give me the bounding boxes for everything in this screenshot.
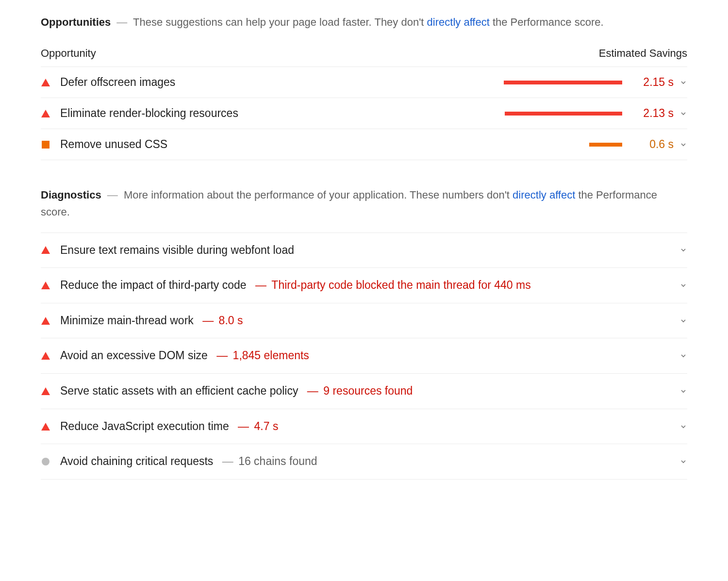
diagnostic-label: Reduce the impact of third-party code [60, 279, 247, 291]
opportunity-label: Remove unused CSS [60, 138, 322, 151]
savings-bar [505, 112, 622, 116]
chevron-down-icon[interactable] [674, 387, 687, 395]
fail-triangle-icon [41, 110, 50, 117]
diagnostic-row[interactable]: Minimize main-thread work — 8.0 s [41, 303, 687, 339]
opportunities-title: Opportunities [41, 16, 111, 28]
savings-bar [589, 143, 622, 147]
diagnostic-label: Minimize main-thread work [60, 314, 194, 327]
chevron-down-icon[interactable] [674, 79, 687, 86]
diagnostic-detail: 9 resources found [323, 384, 413, 397]
diagnostic-text: Serve static assets with an efficient ca… [60, 382, 674, 400]
chevron-down-icon[interactable] [674, 317, 687, 325]
diagnostics-title: Diagnostics [41, 189, 101, 201]
fail-triangle-icon [41, 352, 50, 360]
diagnostic-label: Reduce JavaScript execution time [60, 420, 229, 432]
fail-triangle-icon [41, 282, 50, 289]
savings-value: 2.15 s [630, 76, 674, 89]
savings-bar-col [322, 143, 630, 147]
fail-triangle-icon [41, 79, 50, 86]
diagnostic-row[interactable]: Avoid chaining critical requests — 16 ch… [41, 444, 687, 480]
chevron-down-icon[interactable] [674, 141, 687, 149]
dash-separator: — [199, 314, 217, 327]
chevron-down-icon[interactable] [674, 110, 687, 117]
diagnostics-header: Diagnostics — More information about the… [41, 186, 687, 220]
chevron-down-icon[interactable] [674, 352, 687, 360]
diagnostic-text: Reduce JavaScript execution time — 4.7 s [60, 418, 674, 435]
fail-triangle-icon [41, 387, 50, 395]
dash-separator: — [116, 16, 127, 28]
diagnostic-detail: Third-party code blocked the main thread… [271, 279, 530, 291]
opportunity-row[interactable]: Remove unused CSS0.6 s [41, 129, 687, 160]
opportunity-row[interactable]: Eliminate render-blocking resources2.13 … [41, 98, 687, 129]
fail-triangle-icon [41, 317, 50, 325]
savings-bar-col [322, 81, 630, 84]
opportunity-row[interactable]: Defer offscreen images2.15 s [41, 67, 687, 98]
warn-square-icon [41, 141, 50, 149]
diagnostic-row[interactable]: Ensure text remains visible during webfo… [41, 232, 687, 268]
dash-separator: — [304, 384, 321, 397]
chevron-down-icon[interactable] [674, 423, 687, 431]
diagnostics-link[interactable]: directly affect [513, 189, 575, 201]
diagnostic-row[interactable]: Serve static assets with an efficient ca… [41, 374, 687, 409]
opportunities-table-header: Opportunity Estimated Savings [41, 42, 687, 67]
savings-bar [504, 81, 622, 84]
col-opportunity: Opportunity [41, 47, 96, 60]
fail-triangle-icon [41, 246, 50, 254]
diagnostic-detail: 4.7 s [254, 420, 279, 432]
savings-bar-col [322, 112, 630, 116]
chevron-down-icon[interactable] [674, 246, 687, 254]
diagnostic-label: Avoid an excessive DOM size [60, 349, 208, 362]
diagnostic-text: Avoid chaining critical requests — 16 ch… [60, 453, 674, 470]
diagnostic-detail: 1,845 elements [233, 349, 309, 362]
diagnostic-label: Ensure text remains visible during webfo… [60, 244, 294, 256]
savings-value: 0.6 s [630, 138, 674, 151]
dash-separator: — [214, 349, 231, 362]
diagnostic-detail: 8.0 s [219, 314, 243, 327]
dash-separator: — [252, 279, 270, 291]
chevron-down-icon[interactable] [674, 282, 687, 289]
col-savings: Estimated Savings [599, 47, 687, 60]
chevron-down-icon[interactable] [674, 458, 687, 465]
diagnostic-text: Ensure text remains visible during webfo… [60, 242, 674, 259]
dash-separator: — [219, 455, 236, 467]
dash-separator: — [235, 420, 252, 432]
dash-separator: — [107, 189, 118, 201]
diagnostic-text: Reduce the impact of third-party code — … [60, 277, 674, 294]
diagnostic-label: Avoid chaining critical requests [60, 455, 213, 467]
diagnostic-text: Minimize main-thread work — 8.0 s [60, 312, 674, 330]
diagnostic-row[interactable]: Reduce JavaScript execution time — 4.7 s [41, 409, 687, 445]
diagnostics-desc-before: More information about the performance o… [124, 189, 513, 201]
opportunities-desc-after: the Performance score. [490, 16, 604, 28]
savings-value: 2.13 s [630, 107, 674, 120]
diagnostic-text: Avoid an excessive DOM size — 1,845 elem… [60, 347, 674, 365]
diagnostic-row[interactable]: Reduce the impact of third-party code — … [41, 268, 687, 303]
fail-triangle-icon [41, 423, 50, 431]
diagnostics-list: Ensure text remains visible during webfo… [41, 232, 687, 480]
diagnostic-detail: 16 chains found [238, 455, 317, 467]
info-circle-icon [41, 458, 50, 465]
opportunities-list: Defer offscreen images2.15 sEliminate re… [41, 67, 687, 160]
opportunities-link[interactable]: directly affect [427, 16, 490, 28]
diagnostic-row[interactable]: Avoid an excessive DOM size — 1,845 elem… [41, 338, 687, 374]
opportunities-header: Opportunities — These suggestions can he… [41, 14, 687, 31]
opportunity-label: Eliminate render-blocking resources [60, 107, 322, 120]
opportunities-desc-before: These suggestions can help your page loa… [133, 16, 427, 28]
diagnostic-label: Serve static assets with an efficient ca… [60, 384, 298, 397]
opportunity-label: Defer offscreen images [60, 76, 322, 89]
